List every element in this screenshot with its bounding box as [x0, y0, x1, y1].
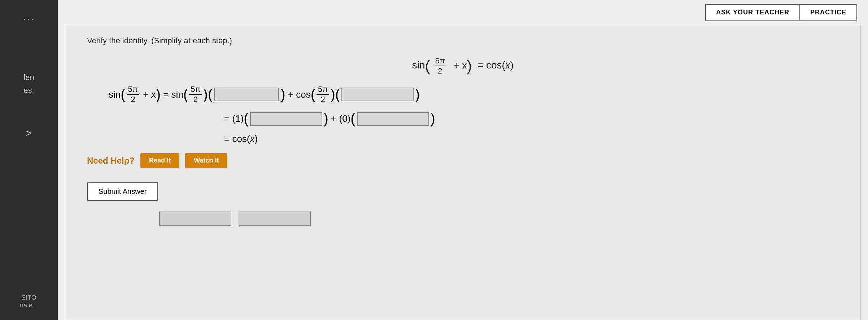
sidebar: ... len es. > SITO na e...	[0, 0, 58, 320]
frac-5pi-den: 2	[436, 66, 444, 76]
ask-teacher-button[interactable]: ASK YOUR TEACHER	[705, 4, 800, 21]
step1-frac1-den: 2	[129, 95, 136, 104]
step1-frac2-den: 2	[192, 95, 199, 104]
need-help-label: Need Help?	[87, 156, 135, 166]
step1-frac3-den: 2	[319, 95, 327, 104]
sidebar-expand-icon[interactable]: >	[26, 128, 32, 139]
step1-frac1-num: 5π	[127, 85, 139, 95]
read-it-button[interactable]: Read It	[140, 153, 179, 168]
problem-instruction: Verify the identity. (Simplify at each s…	[87, 36, 839, 45]
step1-input1[interactable]	[214, 88, 279, 101]
sidebar-na-label: na e...	[20, 302, 38, 309]
bottom-input1[interactable]	[159, 212, 231, 226]
top-bar: ASK YOUR TEACHER PRACTICE	[58, 0, 868, 25]
bottom-inputs-row	[87, 212, 839, 226]
watch-it-button[interactable]: Watch It	[185, 153, 227, 168]
step1-frac3-num: 5π	[317, 85, 329, 95]
submit-answer-button[interactable]: Submit Answer	[87, 182, 158, 201]
step2-input1[interactable]	[250, 112, 322, 126]
problem-area: Verify the identity. (Simplify at each s…	[65, 25, 861, 320]
frac-5pi-num: 5π	[434, 56, 446, 66]
step1-line: sin( 5π 2 + x) = sin( 5π 2 ) ( ) + cos( …	[87, 85, 839, 104]
step1-frac2-num: 5π	[189, 85, 202, 95]
step2-input2[interactable]	[357, 112, 429, 126]
sidebar-item-len: len	[23, 73, 34, 82]
bottom-input2[interactable]	[239, 212, 311, 226]
main-content: ASK YOUR TEACHER PRACTICE Verify the ide…	[58, 0, 868, 320]
sidebar-item-es: es.	[23, 86, 34, 95]
step1-input2[interactable]	[341, 88, 414, 101]
step2-line: = (1)( ) + (0)( )	[87, 111, 839, 127]
practice-button[interactable]: PRACTICE	[800, 4, 857, 21]
sidebar-bottom-info: SITO na e...	[20, 294, 38, 309]
step3-line: = cos(x)	[87, 133, 839, 145]
main-equation: sin( 5π 2 + x) = cos(x)	[87, 56, 839, 76]
sidebar-sito-label: SITO	[20, 294, 38, 302]
need-help-row: Need Help? Read It Watch It	[87, 153, 839, 168]
sidebar-menu-dots[interactable]: ...	[23, 11, 35, 22]
